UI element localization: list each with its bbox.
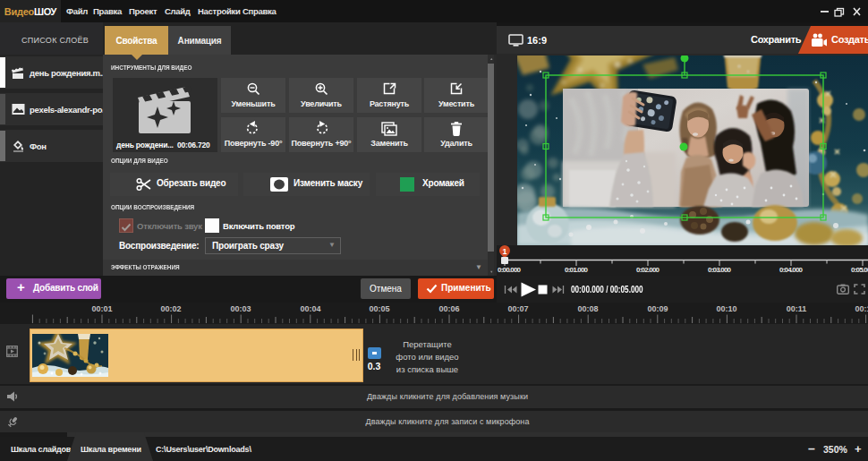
svg-text:00:03: 00:03 (230, 304, 251, 313)
svg-text:00:08: 00:08 (577, 304, 598, 313)
svg-text:00:04: 00:04 (300, 304, 320, 313)
svg-text:00:05: 00:05 (369, 304, 389, 313)
svg-text:0:05.000: 0:05.000 (851, 266, 868, 274)
svg-text:00:07: 00:07 (507, 304, 528, 313)
svg-text:0:02.000: 0:02.000 (636, 266, 660, 274)
svg-text:00:06: 00:06 (438, 304, 459, 313)
svg-text:0:03.000: 0:03.000 (708, 266, 732, 274)
svg-text:0:00.000: 0:00.000 (498, 266, 522, 274)
svg-text:0:01.000: 0:01.000 (565, 266, 589, 274)
svg-text:00:11: 00:11 (787, 304, 807, 313)
svg-text:0:04.000: 0:04.000 (779, 266, 804, 274)
svg-text:00:09: 00:09 (647, 304, 668, 313)
svg-text:1: 1 (502, 247, 506, 256)
svg-text:00:12: 00:12 (855, 304, 868, 313)
svg-text:00:01: 00:01 (91, 304, 112, 313)
svg-text:00:10: 00:10 (716, 304, 736, 313)
svg-text:00:02: 00:02 (160, 304, 181, 313)
